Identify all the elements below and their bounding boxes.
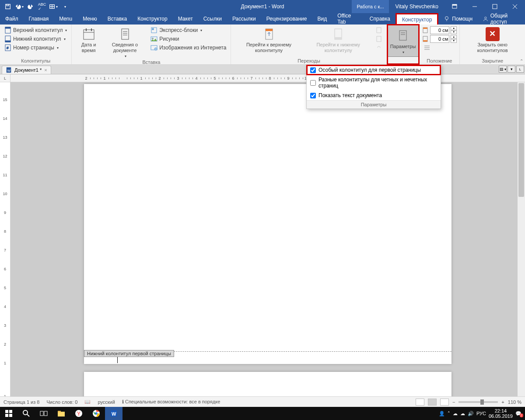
options-dropdown-button[interactable]: Параметры▾ bbox=[387, 24, 419, 57]
document-tabs: W Документ1 *× ▤▾ ▾ L bbox=[0, 65, 525, 74]
page-number-button[interactable]: #Номер страницы▾ bbox=[3, 44, 69, 52]
qat-more-icon[interactable]: ▾ bbox=[60, 1, 70, 12]
onedrive2-icon[interactable]: ☁ bbox=[460, 411, 465, 416]
close-header-footer-button[interactable]: ✕Закрыть окно колонтитулов bbox=[462, 25, 522, 53]
collapse-ribbon-icon[interactable]: ⌃ bbox=[520, 59, 523, 63]
header-button[interactable]: Верхний колонтитул▾ bbox=[3, 26, 69, 34]
close-tab-icon[interactable]: × bbox=[44, 67, 47, 73]
undo-icon[interactable]: ▾ bbox=[14, 1, 24, 12]
close-icon[interactable] bbox=[505, 0, 525, 13]
page-indicator[interactable]: Страница 1 из 8 bbox=[4, 399, 39, 405]
yandex-icon[interactable]: Y bbox=[70, 407, 88, 420]
header-from-top-spin[interactable]: ▲▼ bbox=[422, 26, 457, 34]
start-button[interactable] bbox=[0, 407, 18, 420]
tell-me[interactable]: Помощн bbox=[438, 13, 478, 24]
tab-mailings[interactable]: Рассылки bbox=[227, 13, 261, 24]
accessibility-indicator[interactable]: ℹ Специальные возможности: все в порядке bbox=[122, 399, 220, 405]
table-icon[interactable]: ▾ bbox=[48, 1, 59, 12]
tab-references[interactable]: Ссылки bbox=[198, 13, 227, 24]
svg-rect-59 bbox=[44, 411, 47, 416]
spellcheck-icon[interactable]: ABC✓ bbox=[37, 1, 47, 12]
language-indicator[interactable]: русский bbox=[98, 399, 115, 405]
doc-info-button[interactable]: Сведения о документе▾ bbox=[103, 25, 147, 59]
save-icon[interactable] bbox=[3, 1, 13, 12]
footer-from-bottom-spin[interactable]: ▲▼ bbox=[422, 35, 457, 43]
tab-file[interactable]: Файл bbox=[0, 13, 24, 24]
svg-point-13 bbox=[485, 17, 486, 19]
vertical-ruler[interactable]: 1514131211109876543211 bbox=[0, 82, 10, 402]
tab-menu-en[interactable]: Menu bbox=[54, 13, 77, 24]
insert-alignment-tab[interactable] bbox=[422, 44, 457, 52]
onedrive-icon[interactable]: ☁ bbox=[453, 411, 458, 416]
ribbon-group-navigation: Перейти к верхнему колонтитулу Перейти к… bbox=[231, 24, 387, 64]
explorer-icon[interactable] bbox=[52, 407, 70, 420]
word-icon[interactable]: W bbox=[105, 407, 122, 420]
tab-layout[interactable]: Макет bbox=[173, 13, 198, 24]
tab-view[interactable]: Вид bbox=[312, 13, 332, 24]
tab-help[interactable]: Справка bbox=[364, 13, 396, 24]
vertical-scrollbar[interactable]: ▲ ▼ bbox=[517, 82, 525, 402]
redo-icon[interactable] bbox=[25, 1, 36, 12]
different-first-page-checkbox[interactable]: Особый колонтитул для первой страницы bbox=[307, 65, 441, 75]
web-layout-icon[interactable] bbox=[440, 399, 449, 406]
volume-icon[interactable]: 🔊 bbox=[468, 411, 474, 416]
footer-button[interactable]: Нижний колонтитул▾ bbox=[3, 35, 69, 43]
online-pictures-button[interactable]: Изображения из Интернета bbox=[149, 44, 228, 52]
svg-rect-55 bbox=[9, 414, 12, 417]
zoom-out-icon[interactable]: − bbox=[452, 399, 455, 405]
print-layout-icon[interactable] bbox=[428, 399, 437, 406]
document-tab[interactable]: W Документ1 *× bbox=[2, 66, 51, 74]
document-canvas[interactable]: Нижний колонтитул первой страницы bbox=[10, 82, 517, 402]
spin-up[interactable]: ▲ bbox=[451, 35, 457, 39]
tab-header-footer-design[interactable]: Конструктор bbox=[396, 13, 438, 24]
maximize-icon[interactable] bbox=[485, 0, 505, 13]
tab-insert[interactable]: Вставка bbox=[102, 13, 133, 24]
date-time-button[interactable]: Дата и время bbox=[74, 25, 102, 53]
share-button[interactable]: Общий доступ bbox=[478, 13, 525, 24]
svg-rect-0 bbox=[6, 4, 10, 9]
clock[interactable]: 22:1406.05.2019 bbox=[489, 408, 513, 419]
svg-rect-60 bbox=[58, 412, 65, 416]
group-label: Переходы bbox=[234, 57, 384, 64]
zoom-in-icon[interactable]: + bbox=[501, 399, 504, 405]
link-previous-button bbox=[374, 44, 384, 52]
chrome-icon[interactable] bbox=[88, 407, 105, 420]
tab-review[interactable]: Рецензирование bbox=[261, 13, 312, 24]
tab-home[interactable]: Главная bbox=[24, 13, 54, 24]
tab-selector[interactable]: L bbox=[0, 74, 10, 82]
tab-menu-ru[interactable]: Меню bbox=[77, 13, 102, 24]
notifications-icon[interactable]: 💬2 bbox=[515, 411, 522, 416]
horizontal-ruler[interactable]: 2112345678910111213141516 bbox=[10, 74, 525, 82]
ribbon: Верхний колонтитул▾ Нижний колонтитул▾ #… bbox=[0, 24, 525, 65]
spin-up[interactable]: ▲ bbox=[451, 26, 457, 30]
tab-officetab[interactable]: Office Tab bbox=[332, 13, 364, 24]
different-odd-even-checkbox[interactable]: Разные колонтитулы для четных и нечетных… bbox=[307, 75, 441, 91]
contextual-tab[interactable]: Работа с к... bbox=[352, 0, 389, 13]
tray-up-icon[interactable]: ˄ bbox=[448, 411, 450, 416]
scroll-thumb[interactable] bbox=[518, 83, 524, 197]
tab-design[interactable]: Конструктор bbox=[132, 13, 172, 24]
search-icon[interactable] bbox=[18, 407, 35, 420]
tab-list-icon[interactable]: ▾ bbox=[508, 66, 515, 73]
read-mode-icon[interactable] bbox=[416, 399, 424, 406]
language-tray[interactable]: РУС bbox=[476, 411, 486, 416]
ruler-toggle-icon[interactable]: L bbox=[516, 66, 524, 73]
user-name[interactable]: Vitaly Shevchenko bbox=[389, 0, 444, 13]
spin-down[interactable]: ▼ bbox=[451, 30, 457, 34]
ribbon-options-icon[interactable] bbox=[444, 0, 465, 13]
spin-down[interactable]: ▼ bbox=[451, 39, 457, 43]
task-view-icon[interactable] bbox=[35, 407, 52, 420]
goto-header-button[interactable]: Перейти к верхнему колонтитулу bbox=[234, 25, 304, 53]
minimize-icon[interactable] bbox=[465, 0, 485, 13]
tab-options-icon[interactable]: ▤▾ bbox=[499, 66, 507, 73]
zoom-slider[interactable] bbox=[458, 401, 498, 403]
show-document-text-checkbox[interactable]: Показать текст документа bbox=[307, 91, 441, 100]
svg-rect-24 bbox=[122, 29, 129, 39]
proofing-icon[interactable]: 📖 bbox=[84, 399, 91, 405]
people-icon[interactable]: 👤 bbox=[439, 411, 445, 416]
pictures-button[interactable]: Рисунки bbox=[149, 35, 228, 43]
svg-rect-38 bbox=[377, 28, 381, 33]
word-count[interactable]: Число слов: 0 bbox=[46, 399, 77, 405]
zoom-level[interactable]: 110 % bbox=[508, 399, 522, 405]
quick-parts-button[interactable]: Экспресс-блоки▾ bbox=[149, 26, 228, 34]
